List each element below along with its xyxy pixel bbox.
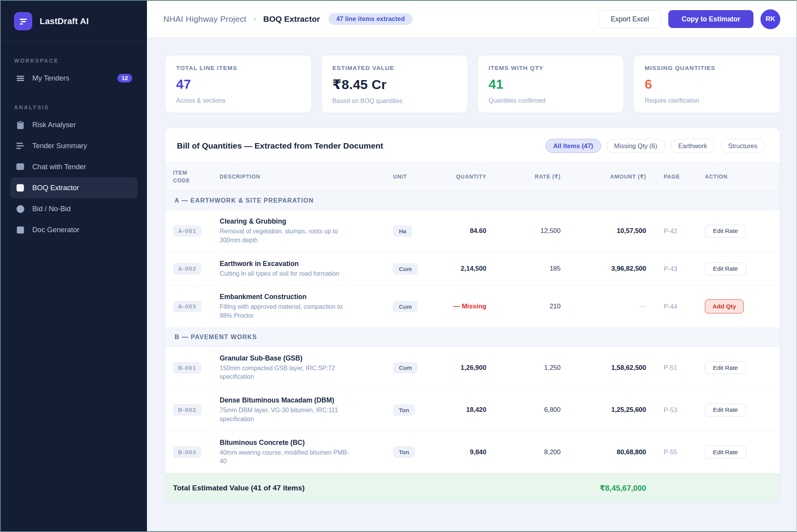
item-code: B-001 bbox=[173, 362, 220, 374]
item-subtitle: 40mm wearing course, modified bitumen PM… bbox=[220, 448, 350, 466]
filter-structures[interactable]: Structures bbox=[720, 139, 765, 153]
item-subtitle: 75mm DBM layer, VG-30 bitumen, IRC:111 s… bbox=[220, 406, 350, 424]
edit-rate-button[interactable]: Edit Rate bbox=[705, 361, 746, 374]
stat-card-items-with-qty: ITEMS WITH QTY 41 Quantities confirmed bbox=[477, 55, 624, 113]
stat-label: MISSING QUANTITIES bbox=[645, 65, 769, 72]
top-bar: NHAI Highway Project › BOQ Extractor 47 … bbox=[147, 1, 796, 38]
sidebar-item-label: Tender Summary bbox=[32, 142, 87, 150]
total-label: Total Estimated Value (41 of 47 items) bbox=[173, 484, 432, 492]
col-header-rate: RATE (₹) bbox=[486, 173, 561, 180]
item-rate: 12,500 bbox=[486, 227, 561, 235]
item-rate: 1,250 bbox=[486, 364, 561, 372]
item-rate: 210 bbox=[486, 303, 561, 310]
doc-icon bbox=[16, 225, 25, 234]
stat-card-missing-quantities: MISSING QUANTITIES 6 Require clarificati… bbox=[633, 55, 780, 113]
table-row: A-002 Earthwork in Excavation Cutting in… bbox=[165, 252, 780, 286]
item-page: P-43 bbox=[646, 265, 705, 273]
item-title: Dense Bituminous Macadam (DBM) bbox=[220, 396, 393, 404]
item-unit: Ha bbox=[393, 226, 432, 237]
item-action: Edit Rate bbox=[705, 262, 746, 275]
table-row: B-003 Bituminous Concrete (BC) 40mm wear… bbox=[165, 431, 780, 473]
item-title: Clearing & Grubbing bbox=[220, 217, 393, 226]
nav-section-analysis: ANALYSIS bbox=[10, 104, 138, 110]
copy-to-estimator-button[interactable]: Copy to Estimator bbox=[668, 10, 753, 28]
table-row: B-001 Granular Sub-Base (GSB) 150mm comp… bbox=[165, 347, 780, 389]
item-amount: 3,96,82,500 bbox=[561, 265, 646, 273]
breadcrumb: NHAI Highway Project › BOQ Extractor 47 … bbox=[163, 13, 598, 25]
table-title: Bill of Quantities — Extracted from Tend… bbox=[177, 141, 545, 150]
main-area: NHAI Highway Project › BOQ Extractor 47 … bbox=[147, 1, 796, 531]
sidebar-item-my-tenders[interactable]: My Tenders 12 bbox=[10, 68, 138, 89]
stat-value: 47 bbox=[176, 77, 301, 92]
item-unit: Ton bbox=[393, 404, 432, 416]
export-excel-button[interactable]: Export Excel bbox=[598, 10, 661, 28]
add-qty-button[interactable]: Add Qty bbox=[705, 299, 744, 313]
edit-rate-button[interactable]: Edit Rate bbox=[705, 262, 746, 275]
stat-label: ITEMS WITH QTY bbox=[489, 65, 613, 72]
sidebar-item-bid-no-bid[interactable]: Bid / No-Bid bbox=[10, 198, 138, 219]
stat-value: 41 bbox=[489, 77, 613, 92]
sidebar-item-tender-summary[interactable]: Tender Summary bbox=[10, 135, 138, 156]
sidebar-item-doc-generator[interactable]: Doc Generator bbox=[10, 219, 138, 240]
item-title: Bituminous Concrete (BC) bbox=[220, 439, 393, 447]
avatar[interactable]: RK bbox=[760, 9, 780, 29]
item-rate: 185 bbox=[486, 265, 561, 273]
boq-table-card: Bill of Quantities — Extracted from Tend… bbox=[165, 128, 780, 502]
sidebar: LastDraft AI WORKSPACE My Tenders 12 ANA… bbox=[1, 1, 147, 531]
clipboard-icon bbox=[16, 120, 25, 130]
section-header-pavement: B — PAVEMENT WORKS bbox=[165, 328, 780, 347]
item-title: Granular Sub-Base (GSB) bbox=[220, 354, 393, 362]
item-page: P-53 bbox=[646, 406, 705, 414]
filter-all-items[interactable]: All Items (47) bbox=[545, 139, 601, 153]
sidebar-item-chat-with-tender[interactable]: Chat with Tender bbox=[10, 156, 138, 177]
item-title: Embankment Construction bbox=[220, 293, 393, 301]
item-action: Edit Rate bbox=[705, 446, 746, 458]
extraction-count-badge: 47 line items extracted bbox=[329, 13, 412, 25]
edit-rate-button[interactable]: Edit Rate bbox=[705, 225, 746, 238]
col-header-item-code: ITEM CODE bbox=[173, 169, 200, 185]
item-rate: 6,800 bbox=[486, 406, 561, 414]
item-description: Bituminous Concrete (BC) 40mm wearing co… bbox=[220, 439, 393, 466]
item-subtitle: 150mm compacted GSB layer, IRC:SP:72 spe… bbox=[220, 364, 350, 382]
item-description: Dense Bituminous Macadam (DBM) 75mm DBM … bbox=[220, 396, 393, 424]
item-page: P-55 bbox=[646, 448, 705, 456]
stat-label: ESTIMATED VALUE bbox=[332, 65, 457, 72]
item-code: A-003 bbox=[173, 301, 220, 312]
list-icon bbox=[16, 74, 25, 83]
item-page: P-51 bbox=[646, 364, 705, 371]
sidebar-item-label: Risk Analyser bbox=[32, 121, 76, 129]
item-action: Add Qty bbox=[705, 299, 746, 313]
item-quantity: 2,14,500 bbox=[432, 265, 486, 273]
edit-rate-button[interactable]: Edit Rate bbox=[705, 446, 746, 458]
table-row: B-002 Dense Bituminous Macadam (DBM) 75m… bbox=[165, 389, 780, 431]
square-icon bbox=[16, 183, 25, 192]
item-amount: 1,58,62,500 bbox=[561, 364, 646, 372]
filter-earthwork[interactable]: Earthwork bbox=[671, 139, 715, 153]
stat-subtext: Require clarification bbox=[645, 97, 769, 104]
summary-lines-icon bbox=[16, 141, 25, 150]
breadcrumb-project[interactable]: NHAI Highway Project bbox=[163, 14, 246, 24]
breadcrumb-current: BOQ Extractor bbox=[263, 14, 320, 24]
circle-icon bbox=[16, 204, 25, 214]
chevron-right-icon: › bbox=[254, 16, 256, 23]
item-quantity: 9,840 bbox=[432, 448, 486, 456]
item-action: Edit Rate bbox=[705, 404, 746, 416]
filter-chips: All Items (47) Missing Qty (6) Earthwork… bbox=[545, 139, 765, 153]
stat-subtext: Quantities confirmed bbox=[489, 97, 613, 104]
filter-missing-qty[interactable]: Missing Qty (6) bbox=[606, 139, 665, 153]
sidebar-item-label: Chat with Tender bbox=[32, 163, 86, 171]
sidebar-item-label: Bid / No-Bid bbox=[32, 205, 71, 213]
edit-rate-button[interactable]: Edit Rate bbox=[705, 404, 746, 416]
item-code: A-001 bbox=[173, 225, 220, 237]
app-logo-icon bbox=[14, 12, 32, 30]
brand-header: LastDraft AI bbox=[1, 1, 147, 42]
sidebar-item-boq-extractor[interactable]: BOQ Extractor bbox=[10, 177, 138, 198]
item-action: Edit Rate bbox=[705, 361, 746, 374]
table-row: A-003 Embankment Construction Filling wi… bbox=[165, 286, 780, 328]
item-amount: 10,57,500 bbox=[561, 227, 646, 235]
table-column-headers: ITEM CODE DESCRIPTION UNIT QUANTITY RATE… bbox=[165, 162, 780, 191]
stat-subtext: Based on BOQ quantities bbox=[332, 98, 457, 105]
sidebar-item-risk-analyser[interactable]: Risk Analyser bbox=[10, 114, 138, 135]
stat-value: ₹8.45 Cr bbox=[332, 77, 457, 92]
item-title: Earthwork in Excavation bbox=[220, 260, 393, 268]
